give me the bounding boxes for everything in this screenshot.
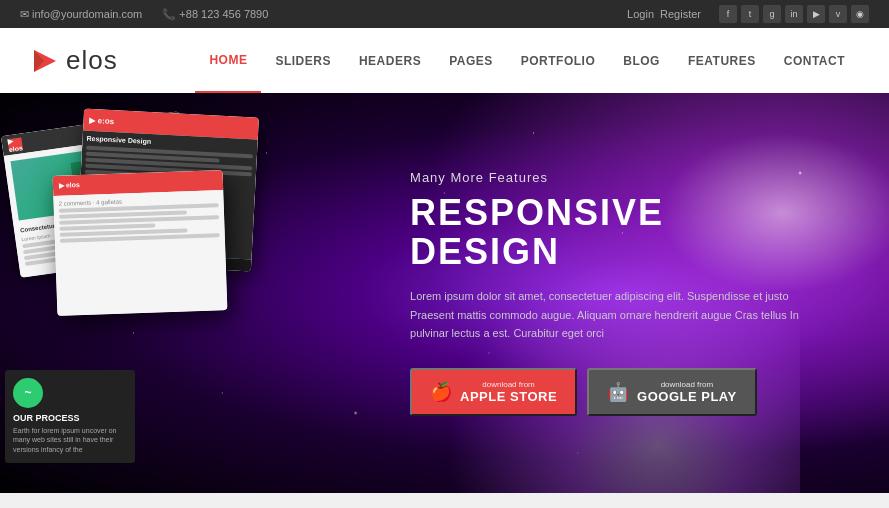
google-btn-text: download from GOOGLE PLAY bbox=[637, 380, 737, 404]
google-play-button[interactable]: 🤖 download from GOOGLE PLAY bbox=[587, 368, 757, 416]
btn-group: 🍎 download from APPLE STORE 🤖 download f… bbox=[410, 368, 815, 416]
nav-item-home[interactable]: HOME bbox=[195, 28, 261, 93]
googleplus-icon[interactable]: g bbox=[763, 5, 781, 23]
auth-links[interactable]: Login Register bbox=[627, 8, 701, 20]
nav-item-headers[interactable]: HEADERS bbox=[345, 28, 435, 93]
nav-item-portfolio[interactable]: PORTFOLIO bbox=[507, 28, 610, 93]
hero-section: ▶ elos Consectetuer adipiscing bbox=[0, 93, 889, 493]
social-icons: f t g in ▶ v ◉ bbox=[719, 5, 869, 23]
android-icon: 🤖 bbox=[607, 381, 629, 403]
phone-info: 📞 +88 123 456 7890 bbox=[162, 8, 268, 21]
nav-item-features[interactable]: FEATURES bbox=[674, 28, 770, 93]
device-mockup-front: ▶ elos 2 comments · 4 galletas bbox=[53, 170, 228, 316]
twitter-icon[interactable]: t bbox=[741, 5, 759, 23]
logo-text: elos bbox=[66, 45, 118, 76]
logo-icon bbox=[30, 46, 60, 76]
topbar-left: ✉ info@yourdomain.com 📞 +88 123 456 7890 bbox=[20, 8, 268, 21]
linkedin-icon[interactable]: in bbox=[785, 5, 803, 23]
hero-text: Many More Features RESPONSIVE DESIGN Lor… bbox=[400, 170, 845, 416]
rss-icon[interactable]: ◉ bbox=[851, 5, 869, 23]
hero-title: RESPONSIVE DESIGN bbox=[410, 193, 815, 272]
apple-btn-text: download from APPLE STORE bbox=[460, 380, 557, 404]
youtube-icon[interactable]: ▶ bbox=[807, 5, 825, 23]
topbar-right: Login Register f t g in ▶ v ◉ bbox=[627, 5, 869, 23]
device-front-logo: ▶ elos bbox=[59, 181, 80, 190]
nav-item-sliders[interactable]: SLIDERS bbox=[261, 28, 345, 93]
apple-store-button[interactable]: 🍎 download from APPLE STORE bbox=[410, 368, 577, 416]
login-link[interactable]: Login bbox=[627, 8, 654, 20]
process-icon: ~ bbox=[13, 378, 43, 408]
logo[interactable]: elos bbox=[30, 45, 118, 76]
facebook-icon[interactable]: f bbox=[719, 5, 737, 23]
device-mid-logo: ▶ e:os bbox=[89, 115, 114, 125]
hero-devices: ▶ elos Consectetuer adipiscing bbox=[0, 103, 400, 483]
nav-item-contact[interactable]: CONTACT bbox=[770, 28, 859, 93]
device-front-body: 2 comments · 4 galletas bbox=[53, 190, 227, 316]
apple-icon: 🍎 bbox=[430, 381, 452, 403]
nav-item-blog[interactable]: BLOG bbox=[609, 28, 674, 93]
topbar: ✉ info@yourdomain.com 📞 +88 123 456 7890… bbox=[0, 0, 889, 28]
process-card: ~ OUR PROCESS Earth for lorem ipsum unco… bbox=[5, 370, 135, 463]
process-title: OUR PROCESS bbox=[13, 413, 127, 423]
process-text: Earth for lorem ipsum uncover on many we… bbox=[13, 426, 127, 455]
nav-menu: HOME SLIDERS HEADERS PAGES PORTFOLIO BLO… bbox=[195, 28, 859, 93]
navbar: elos HOME SLIDERS HEADERS PAGES PORTFOLI… bbox=[0, 28, 889, 93]
hero-subtitle: Many More Features bbox=[410, 170, 815, 185]
register-link[interactable]: Register bbox=[660, 8, 701, 20]
hero-description: Lorem ipsum dolor sit amet, consectetuer… bbox=[410, 287, 815, 343]
vimeo-icon[interactable]: v bbox=[829, 5, 847, 23]
nav-item-pages[interactable]: PAGES bbox=[435, 28, 507, 93]
email-info: ✉ info@yourdomain.com bbox=[20, 8, 142, 21]
device-back-logo: ▶ elos bbox=[7, 137, 23, 151]
hero-content: ▶ elos Consectetuer adipiscing bbox=[0, 103, 889, 483]
